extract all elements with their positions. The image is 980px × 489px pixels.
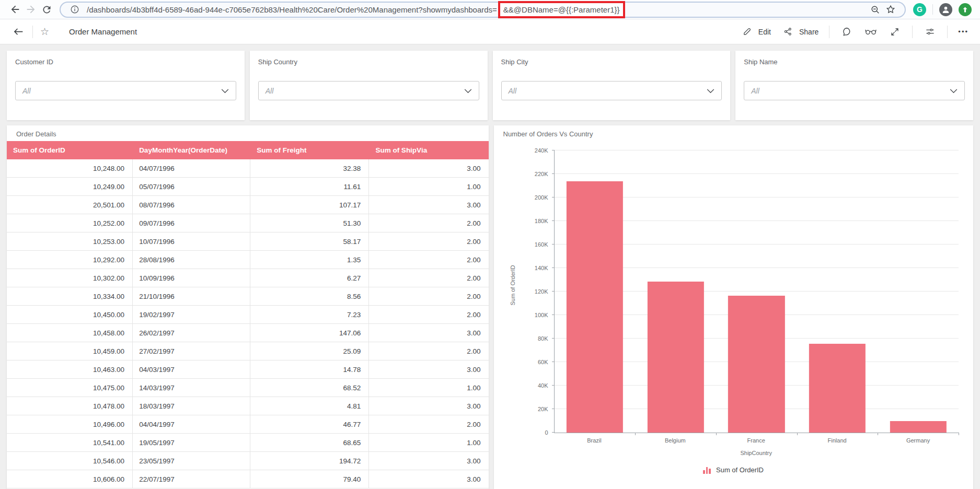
x-axis-category-label: Finland (797, 437, 878, 444)
column-header[interactable]: Sum of ShipVia (369, 141, 488, 159)
table-row[interactable]: 10,475.00 14/03/1997 68.52 1.00 (7, 379, 489, 397)
x-axis-tick-mark (959, 433, 959, 435)
x-axis-category-label: Belgium (635, 437, 716, 444)
table-cell: 3.00 (369, 397, 488, 415)
table-row[interactable]: 10,478.00 18/03/1997 4.81 3.00 (7, 397, 489, 415)
table-row[interactable]: 10,249.00 05/07/1996 11.61 1.00 (7, 178, 489, 196)
table-cell: 2.00 (369, 269, 488, 287)
more-options-icon[interactable]: ••• (958, 28, 969, 36)
table-cell: 10,292.00 (7, 251, 133, 269)
y-axis-tick-label: 40K (538, 382, 548, 389)
y-axis-tick-mark (552, 291, 555, 292)
filter-card-ship-name: Ship Name All (735, 51, 973, 120)
y-axis-tick-mark (552, 150, 555, 150)
bar-france[interactable] (728, 296, 785, 433)
table-row[interactable]: 10,450.00 19/02/1997 7.23 2.00 (7, 306, 489, 324)
table-row[interactable]: 10,606.00 22/07/1997 79.40 3.00 (7, 470, 489, 488)
filter-dropdown[interactable]: All (744, 81, 965, 100)
table-row[interactable]: 10,292.00 28/08/1996 1.35 2.00 (7, 251, 489, 269)
table-row[interactable]: 20,501.00 08/07/1996 107.17 3.00 (7, 196, 489, 214)
chart-x-labels: BrazilBelgiumFranceFinlandGermany (554, 437, 959, 445)
x-axis-tick-mark (716, 433, 717, 435)
table-cell: 10,475.00 (7, 379, 133, 397)
grammarly-extension-icon[interactable]: G (913, 3, 926, 16)
table-row[interactable]: 10,541.00 19/05/1997 68.65 1.00 (7, 434, 489, 452)
table-cell: 10,459.00 (7, 342, 133, 360)
bar-brazil[interactable] (567, 181, 623, 433)
table-cell: 14/03/1997 (133, 379, 250, 397)
table-cell: 8.56 (250, 287, 369, 305)
table-row[interactable]: 10,459.00 27/02/1997 25.09 2.00 (7, 342, 489, 360)
y-axis-tick-mark (552, 220, 555, 221)
table-cell: 10,463.00 (7, 360, 133, 378)
bookmark-star-icon[interactable] (883, 2, 898, 17)
url-bar[interactable]: /dashboards/4b3bff4d-6589-46ad-944e-c706… (60, 2, 906, 18)
table-row[interactable]: 10,496.00 04/04/1997 46.77 2.00 (7, 415, 489, 434)
filter-card-ship-city: Ship City All (493, 51, 731, 120)
chart-x-axis-title: ShipCountry (554, 450, 959, 456)
views-glasses-icon[interactable] (864, 25, 878, 39)
edit-button[interactable]: Edit (741, 25, 771, 39)
browser-reload-icon[interactable] (39, 2, 54, 17)
table-cell: 25.09 (250, 342, 369, 360)
table-cell: 32.38 (250, 159, 369, 177)
filter-dropdown[interactable]: All (501, 81, 722, 100)
fullscreen-icon[interactable] (888, 25, 902, 39)
column-header[interactable]: DayMonthYear(OrderDate) (133, 141, 250, 159)
table-cell: 3.00 (369, 452, 488, 470)
favorite-star-icon[interactable]: ☆ (40, 27, 49, 37)
table-cell: 2.00 (369, 287, 488, 305)
comment-icon[interactable] (840, 25, 854, 39)
url-text[interactable]: /dashboards/4b3bff4d-6589-46ad-944e-c706… (87, 1, 625, 18)
table-row[interactable]: 10,252.00 09/07/1996 51.30 2.00 (7, 214, 489, 232)
table-cell: 10,302.00 (7, 269, 133, 287)
browser-forward-icon[interactable] (23, 2, 39, 17)
edit-label: Edit (758, 28, 771, 36)
y-axis-tick-label: 120K (535, 288, 548, 295)
filter-dropdown[interactable]: All (258, 81, 479, 100)
table-row[interactable]: 10,458.00 26/02/1997 147.06 3.00 (7, 324, 489, 342)
table-cell: 2.00 (369, 251, 488, 269)
column-header[interactable]: Sum of Freight (250, 141, 369, 159)
dashboard-back-icon[interactable] (11, 25, 25, 39)
table-cell: 27/02/1997 (133, 342, 250, 360)
chart-legend[interactable]: Sum of OrderID (494, 466, 974, 474)
y-axis-tick-mark (552, 338, 555, 339)
header-divider (912, 26, 913, 38)
table-row[interactable]: 10,253.00 10/07/1996 58.17 2.00 (7, 232, 489, 251)
filter-dropdown[interactable]: All (15, 81, 236, 100)
table-row[interactable]: 10,248.00 04/07/1996 32.38 3.00 (7, 159, 489, 178)
table-cell: 20,501.00 (7, 196, 133, 214)
page-info-icon[interactable] (67, 2, 83, 17)
order-details-widget: Order Details Sum of OrderID DayMonthYea… (7, 125, 489, 489)
profile-avatar-icon[interactable] (939, 3, 952, 16)
chevron-down-icon (707, 86, 714, 96)
browser-extensions-area: G (913, 3, 972, 16)
table-row[interactable]: 10,302.00 10/09/1996 6.27 2.00 (7, 269, 489, 287)
share-button[interactable]: Share (781, 25, 818, 39)
share-label: Share (799, 28, 818, 36)
table-cell: 1.00 (369, 434, 488, 451)
bar-finland[interactable] (809, 344, 866, 433)
table-row[interactable]: 10,334.00 21/10/1996 8.56 2.00 (7, 287, 489, 306)
table-cell: 04/03/1997 (133, 360, 250, 378)
table-cell: 10/09/1996 (133, 269, 250, 287)
table-cell: 10,546.00 (7, 452, 133, 470)
browser-update-icon[interactable] (959, 3, 972, 16)
y-axis-tick-mark (552, 267, 555, 268)
bar-germany[interactable] (890, 421, 947, 433)
table-row[interactable]: 10,463.00 04/03/1997 14.78 3.00 (7, 360, 489, 379)
filter-settings-icon[interactable] (923, 25, 937, 39)
table-cell: 4.81 (250, 397, 369, 415)
bar-belgium[interactable] (647, 282, 704, 433)
table-row[interactable]: 10,546.00 23/05/1997 194.72 3.00 (7, 452, 489, 470)
table-cell: 194.72 (250, 452, 369, 470)
gridline (555, 173, 959, 174)
table-cell: 11.61 (250, 178, 369, 195)
browser-back-icon[interactable] (7, 2, 23, 17)
table-cell: 1.00 (369, 178, 488, 195)
filter-selected-value: All (751, 87, 759, 95)
zoom-indicator-icon[interactable] (867, 2, 883, 17)
column-header[interactable]: Sum of OrderID (7, 141, 133, 159)
table-cell: 2.00 (369, 415, 488, 433)
